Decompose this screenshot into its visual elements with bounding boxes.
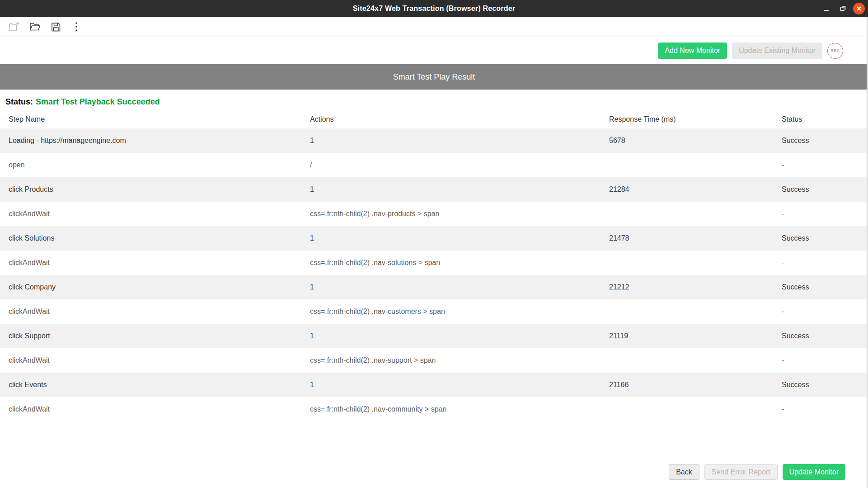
minimize-button[interactable]: [821, 3, 832, 14]
cell-response-time: [601, 202, 773, 226]
results-table: Step Name Actions Response Time (ms) Sta…: [0, 113, 868, 422]
restore-icon: [840, 5, 846, 12]
table-row: clickAndWait css=.fr:nth-child(2) .nav-s…: [0, 251, 868, 275]
col-header-actions: Actions: [301, 113, 601, 128]
overflow-menu-icon: [75, 21, 78, 33]
cell-response-time: [601, 299, 773, 324]
footer-actions: Back Send Error Report Update Monitor: [669, 464, 845, 480]
cell-status: Success: [773, 275, 868, 299]
cell-actions: css=.fr:nth-child(2) .nav-customers > sp…: [301, 299, 601, 324]
col-header-step-name: Step Name: [0, 113, 301, 128]
cell-step-name: clickAndWait: [0, 348, 301, 373]
table-row: clickAndWait css=.fr:nth-child(2) .nav-c…: [0, 397, 868, 422]
table-row: click Products 1 21284 Success: [0, 177, 868, 202]
table-row: clickAndWait css=.fr:nth-child(2) .nav-p…: [0, 202, 868, 226]
cell-actions: css=.fr:nth-child(2) .nav-solutions > sp…: [301, 251, 601, 275]
cell-response-time: [601, 348, 773, 373]
cell-actions: 1: [301, 373, 601, 397]
cell-actions: css=.fr:nth-child(2) .nav-community > sp…: [301, 397, 601, 422]
cell-response-time: 21166: [601, 373, 773, 397]
status-line: Status:Smart Test Playback Succeeded: [0, 90, 868, 113]
cell-status: -: [773, 251, 868, 275]
new-file-button[interactable]: [7, 20, 21, 33]
cell-response-time: 21119: [601, 324, 773, 348]
cell-response-time: 21478: [601, 226, 773, 251]
cell-status: Success: [773, 373, 868, 397]
table-row: clickAndWait css=.fr:nth-child(2) .nav-c…: [0, 299, 868, 324]
cell-step-name: clickAndWait: [0, 251, 301, 275]
cell-response-time: [601, 153, 773, 177]
status-value: Smart Test Playback Succeeded: [36, 97, 160, 106]
cell-actions: 1: [301, 324, 601, 348]
cell-actions: 1: [301, 275, 601, 299]
save-button[interactable]: [49, 20, 62, 33]
col-header-status: Status: [773, 113, 868, 128]
window-controls: [821, 0, 865, 17]
cell-step-name: open: [0, 153, 301, 177]
cell-status: -: [773, 299, 868, 324]
table-header-row: Step Name Actions Response Time (ms) Sta…: [0, 113, 868, 128]
cell-step-name: click Solutions: [0, 226, 301, 251]
cell-status: Success: [773, 226, 868, 251]
cell-response-time: 21284: [601, 177, 773, 202]
cell-status: -: [773, 202, 868, 226]
table-row: click Company 1 21212 Success: [0, 275, 868, 299]
cell-step-name: click Company: [0, 275, 301, 299]
table-row: open / -: [0, 153, 868, 177]
table-row: click Solutions 1 21478 Success: [0, 226, 868, 251]
send-error-report-button[interactable]: Send Error Report: [704, 464, 778, 480]
cell-actions: 1: [301, 177, 601, 202]
cell-status: Success: [773, 177, 868, 202]
cell-actions: css=.fr:nth-child(2) .nav-support > span: [301, 348, 601, 373]
cell-response-time: 5678: [601, 128, 773, 153]
cell-status: Success: [773, 324, 868, 348]
save-icon: [50, 21, 61, 33]
minimize-icon: [823, 5, 830, 12]
cell-step-name: click Support: [0, 324, 301, 348]
toolbar: [0, 17, 868, 37]
cell-status: -: [773, 397, 868, 422]
window-title: Site24x7 Web Transaction (Browser) Recor…: [353, 5, 516, 13]
overflow-menu-button[interactable]: [70, 20, 83, 33]
rec-indicator[interactable]: REC: [827, 43, 843, 59]
close-icon: [856, 6, 862, 11]
add-new-monitor-button[interactable]: Add New Monitor: [658, 43, 727, 59]
result-banner: Smart Test Play Result: [0, 64, 868, 90]
cell-response-time: 21212: [601, 275, 773, 299]
cell-status: -: [773, 153, 868, 177]
table-row: click Events 1 21166 Success: [0, 373, 868, 397]
cell-step-name: click Products: [0, 177, 301, 202]
col-header-response-time: Response Time (ms): [601, 113, 773, 128]
cell-response-time: [601, 397, 773, 422]
cell-status: Success: [773, 128, 868, 153]
cell-actions: css=.fr:nth-child(2) .nav-products > spa…: [301, 202, 601, 226]
titlebar: Site24x7 Web Transaction (Browser) Recor…: [0, 0, 868, 17]
table-row: clickAndWait css=.fr:nth-child(2) .nav-s…: [0, 348, 868, 373]
status-label: Status:: [5, 97, 33, 106]
monitor-action-row: Add New Monitor Update Existing Monitor …: [0, 37, 868, 64]
cell-step-name: Loading - https://manageengine.com: [0, 128, 301, 153]
update-existing-monitor-button[interactable]: Update Existing Monitor: [732, 43, 822, 59]
cell-response-time: [601, 251, 773, 275]
table-row: click Support 1 21119 Success: [0, 324, 868, 348]
open-folder-button[interactable]: [28, 20, 42, 33]
open-folder-icon: [29, 21, 41, 33]
results-table-body: Loading - https://manageengine.com 1 567…: [0, 128, 868, 422]
close-button[interactable]: [853, 3, 865, 14]
cell-step-name: click Events: [0, 373, 301, 397]
cell-step-name: clickAndWait: [0, 299, 301, 324]
result-banner-title: Smart Test Play Result: [393, 72, 475, 82]
cell-actions: /: [301, 153, 601, 177]
cell-status: -: [773, 348, 868, 373]
cell-step-name: clickAndWait: [0, 202, 301, 226]
update-monitor-button[interactable]: Update Monitor: [783, 464, 845, 480]
cell-step-name: clickAndWait: [0, 397, 301, 422]
new-file-icon: [8, 21, 20, 33]
cell-actions: 1: [301, 128, 601, 153]
back-button[interactable]: Back: [669, 464, 699, 480]
table-row: Loading - https://manageengine.com 1 567…: [0, 128, 868, 153]
restore-button[interactable]: [837, 3, 849, 14]
cell-actions: 1: [301, 226, 601, 251]
